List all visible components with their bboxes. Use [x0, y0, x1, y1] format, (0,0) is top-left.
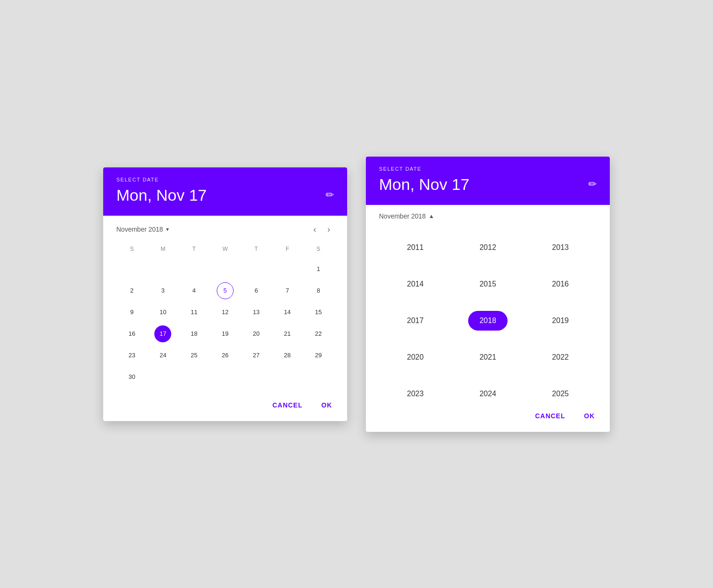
day-button[interactable]: 1: [310, 261, 327, 278]
month-label[interactable]: November 2018 ▾: [116, 226, 169, 233]
day-button[interactable]: 19: [217, 325, 234, 342]
year-button[interactable]: 2020: [396, 347, 435, 367]
day-header-s2: S: [303, 243, 334, 255]
year-button[interactable]: 2015: [468, 274, 508, 294]
ok-button-2[interactable]: OK: [576, 407, 602, 424]
day-button[interactable]: 3: [154, 282, 171, 299]
day-button[interactable]: 17: [154, 325, 171, 342]
year-row: 202320242025: [379, 377, 597, 402]
day-button[interactable]: 26: [217, 347, 234, 364]
year-button[interactable]: 2025: [541, 384, 580, 402]
day-button[interactable]: 21: [279, 325, 296, 342]
year-row: 202020212022: [379, 341, 597, 374]
day-button[interactable]: 6: [248, 282, 265, 299]
year-cell: 2015: [452, 268, 524, 301]
year-button[interactable]: 2019: [541, 311, 580, 331]
year-picker-footer: CANCEL OK: [366, 402, 610, 432]
day-cell: [210, 367, 241, 387]
edit-icon-2[interactable]: ✏: [588, 178, 597, 190]
day-button[interactable]: 9: [123, 304, 140, 321]
day-button[interactable]: 29: [310, 347, 327, 364]
day-button[interactable]: 30: [123, 369, 140, 385]
day-button[interactable]: 23: [123, 347, 140, 364]
calendar-body: November 2018 ▾ ‹ › S M T W T F S 123456…: [103, 216, 347, 391]
year-cell: 2024: [452, 377, 524, 402]
year-button[interactable]: 2017: [396, 311, 435, 331]
year-cell: 2022: [524, 341, 597, 374]
year-button[interactable]: 2014: [396, 274, 435, 294]
day-button[interactable]: 27: [248, 347, 265, 364]
day-cell: 10: [147, 302, 178, 323]
year-cell: 2012: [452, 231, 524, 264]
day-cell: 8: [303, 280, 334, 301]
month-label-text: November 2018: [116, 226, 163, 233]
cancel-button[interactable]: CANCEL: [265, 397, 310, 414]
year-button[interactable]: 2012: [468, 238, 508, 257]
year-button[interactable]: 2018: [468, 311, 508, 331]
year-picker-header: SELECT DATE Mon, Nov 17 ✏: [366, 157, 610, 205]
day-cell: [210, 259, 241, 279]
day-cell: 15: [303, 302, 334, 323]
selected-date-text: Mon, Nov 17: [116, 186, 207, 204]
day-cell: 21: [272, 324, 303, 344]
year-cell: 2020: [379, 341, 452, 374]
day-button[interactable]: 2: [123, 282, 140, 299]
day-button[interactable]: 12: [217, 304, 234, 321]
day-button[interactable]: 14: [279, 304, 296, 321]
day-button[interactable]: 25: [186, 347, 203, 364]
day-button[interactable]: 10: [154, 304, 171, 321]
day-cell: 18: [179, 324, 210, 344]
year-month-label[interactable]: November 2018 ▲: [379, 212, 434, 220]
day-button[interactable]: 5: [217, 282, 234, 299]
day-cell: [147, 367, 178, 387]
year-dropdown-arrow: ▲: [429, 213, 434, 219]
day-cell: 22: [303, 324, 334, 344]
year-cell: 2011: [379, 231, 452, 264]
day-cell: [179, 259, 210, 279]
year-button[interactable]: 2013: [541, 238, 580, 257]
day-button[interactable]: 20: [248, 325, 265, 342]
year-button[interactable]: 2016: [541, 274, 580, 294]
day-cell: 5: [210, 280, 241, 301]
day-button[interactable]: 15: [310, 304, 327, 321]
day-button[interactable]: 22: [310, 325, 327, 342]
day-header-t1: T: [179, 243, 210, 255]
day-cell: 25: [179, 345, 210, 366]
day-cell: 7: [272, 280, 303, 301]
calendar-footer: CANCEL OK: [103, 391, 347, 421]
next-month-button[interactable]: ›: [324, 223, 334, 235]
day-button[interactable]: 7: [279, 282, 296, 299]
day-cell: [241, 259, 272, 279]
day-button[interactable]: 24: [154, 347, 171, 364]
edit-icon[interactable]: ✏: [326, 189, 334, 201]
day-cell: [179, 367, 210, 387]
day-cell: 23: [116, 345, 147, 366]
day-cell: 19: [210, 324, 241, 344]
year-cell: 2014: [379, 268, 452, 301]
prev-month-button[interactable]: ‹: [310, 223, 320, 235]
day-button[interactable]: 4: [186, 282, 203, 299]
year-button[interactable]: 2023: [396, 384, 435, 402]
day-button[interactable]: 8: [310, 282, 327, 299]
year-grid: 2011201220132014201520162017201820192020…: [379, 227, 597, 402]
calendar-header: SELECT DATE Mon, Nov 17 ✏: [103, 167, 347, 216]
day-cell: [241, 367, 272, 387]
day-cell: 27: [241, 345, 272, 366]
day-button[interactable]: 18: [186, 325, 203, 342]
ok-button[interactable]: OK: [314, 397, 340, 414]
year-month-nav: November 2018 ▲: [379, 212, 597, 220]
day-button[interactable]: 28: [279, 347, 296, 364]
day-button[interactable]: 11: [186, 304, 203, 321]
year-button[interactable]: 2022: [541, 347, 580, 367]
day-button[interactable]: 16: [123, 325, 140, 342]
year-picker-body: November 2018 ▲ 201120122013201420152016…: [366, 205, 610, 402]
cancel-button-2[interactable]: CANCEL: [528, 407, 573, 424]
month-dropdown-arrow: ▾: [166, 226, 169, 233]
day-button[interactable]: 13: [248, 304, 265, 321]
year-row: 201720182019: [379, 304, 597, 337]
year-button[interactable]: 2021: [468, 347, 508, 367]
year-button[interactable]: 2011: [396, 238, 435, 257]
year-month-label-text: November 2018: [379, 212, 426, 220]
year-button[interactable]: 2024: [468, 384, 508, 402]
day-cell: 17: [147, 324, 178, 344]
